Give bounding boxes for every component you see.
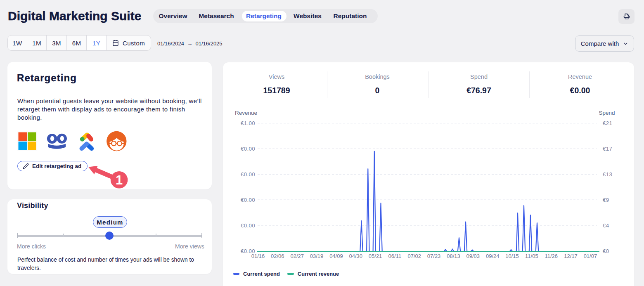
svg-text:01/16: 01/16 (251, 253, 265, 259)
svg-text:11/05: 11/05 (525, 253, 538, 259)
svg-text:€0.00: €0.00 (241, 146, 255, 152)
svg-text:€13: €13 (603, 171, 612, 177)
svg-text:04/09: 04/09 (329, 253, 343, 259)
svg-text:€4: €4 (603, 222, 609, 229)
svg-text:11/26: 11/26 (545, 253, 558, 259)
svg-text:€0.00: €0.00 (241, 197, 255, 203)
svg-text:1: 1 (116, 173, 123, 187)
svg-text:€0.00: €0.00 (241, 222, 255, 229)
svg-text:€0: €0 (603, 248, 609, 254)
svg-text:06/11: 06/11 (388, 253, 402, 259)
svg-text:10/15: 10/15 (505, 253, 519, 259)
svg-text:€17: €17 (603, 146, 612, 152)
svg-text:03/19: 03/19 (310, 253, 324, 259)
svg-text:€21: €21 (603, 120, 612, 126)
svg-text:€1.00: €1.00 (241, 120, 255, 126)
svg-text:05/21: 05/21 (369, 253, 382, 259)
svg-text:04/30: 04/30 (349, 253, 362, 259)
svg-text:Spend: Spend (599, 110, 615, 116)
svg-text:09/03: 09/03 (466, 253, 480, 259)
svg-text:08/13: 08/13 (447, 253, 460, 259)
svg-text:07/23: 07/23 (427, 253, 441, 259)
svg-text:02/27: 02/27 (290, 253, 304, 259)
svg-text:07/02: 07/02 (408, 253, 421, 259)
svg-text:01/07: 01/07 (584, 253, 597, 259)
svg-text:€9: €9 (603, 197, 609, 203)
svg-text:09/24: 09/24 (486, 253, 500, 259)
svg-text:€0.00: €0.00 (241, 171, 255, 177)
svg-text:Revenue: Revenue (235, 110, 257, 116)
svg-text:12/17: 12/17 (564, 253, 578, 259)
svg-text:02/06: 02/06 (271, 253, 284, 259)
